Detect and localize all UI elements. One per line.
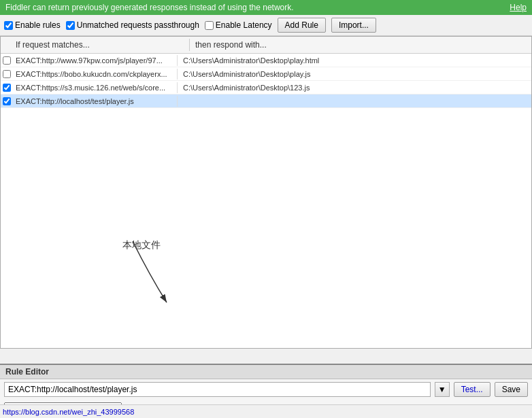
table-row[interactable]: EXACT:http://www.97kpw.com/js/player/97.… [1, 54, 531, 67]
rule-editor-match-input[interactable] [4, 382, 431, 397]
enable-latency-text: Enable Latency [216, 20, 272, 30]
enable-latency-checkbox[interactable] [205, 21, 214, 30]
add-rule-button[interactable]: Add Rule [278, 18, 326, 33]
enable-rules-checkbox-label[interactable]: Enable rules [4, 20, 61, 30]
enable-rules-label: Enable rules [15, 20, 61, 30]
col-respond-header: then respond with... [190, 39, 531, 51]
rule-match-value: EXACT:https://s3.music.126.net/web/s/cor… [13, 82, 178, 93]
test-button[interactable]: Test... [454, 382, 491, 397]
rule-checkbox[interactable] [3, 97, 11, 105]
notification-bar: Fiddler can return previously generated … [0, 0, 532, 15]
rules-body: EXACT:http://www.97kpw.com/js/player/97.… [1, 54, 531, 348]
rule-match-value: EXACT:http://www.97kpw.com/js/player/97.… [13, 55, 178, 66]
enable-rules-checkbox[interactable] [4, 21, 13, 30]
table-row[interactable]: EXACT:https://bobo.kukucdn.com/ckplayerx… [1, 67, 531, 81]
rule-match-value: EXACT:https://bobo.kukucdn.com/ckplayerx… [13, 69, 178, 80]
help-link[interactable]: Help [510, 3, 527, 12]
col-match-header: If request matches... [1, 39, 190, 51]
table-row[interactable]: EXACT:http://localhost/test/player.js [1, 94, 531, 108]
rule-editor-match-row: ▼ Test... Save [0, 379, 532, 400]
unmatched-passthrough-text: Unmatched requests passthrough [77, 20, 199, 30]
rule-respond-value: C:\Users\Administrator\Desktop\123.js [178, 82, 531, 93]
rules-header: If request matches... then respond with.… [1, 37, 531, 54]
toolbar: Enable rules Unmatched requests passthro… [0, 15, 532, 36]
rule-respond-value: C:\Users\Administrator\Desktop\play.html [178, 55, 531, 66]
rule-checkbox[interactable] [3, 70, 11, 78]
row-check [1, 70, 13, 78]
rule-match-value: EXACT:http://localhost/test/player.js [13, 96, 178, 107]
row-check [1, 97, 13, 105]
table-row[interactable]: EXACT:https://s3.music.126.net/web/s/cor… [1, 81, 531, 94]
save-button[interactable]: Save [495, 382, 528, 397]
rule-checkbox[interactable] [3, 56, 11, 65]
import-button[interactable]: Import... [331, 18, 376, 33]
status-bar: https://blog.csdn.net/wei_zhi_43999568 [0, 404, 532, 418]
rule-respond-value [178, 100, 531, 103]
unmatched-passthrough-checkbox[interactable] [66, 21, 75, 30]
enable-latency-label[interactable]: Enable Latency [205, 20, 272, 30]
match-dropdown-arrow[interactable]: ▼ [435, 382, 450, 397]
rule-checkbox[interactable] [3, 84, 11, 92]
row-check [1, 56, 13, 65]
row-check [1, 84, 13, 92]
status-url: https://blog.csdn.net/wei_zhi_43999568 [3, 408, 134, 416]
rules-container: If request matches... then respond with.… [0, 36, 532, 349]
rule-respond-value: C:\Users\Administrator\Desktop\play.js [178, 69, 531, 80]
unmatched-passthrough-label[interactable]: Unmatched requests passthrough [66, 20, 199, 30]
rule-editor-title: Rule Editor [0, 365, 532, 379]
notification-text: Fiddler can return previously generated … [5, 3, 294, 12]
